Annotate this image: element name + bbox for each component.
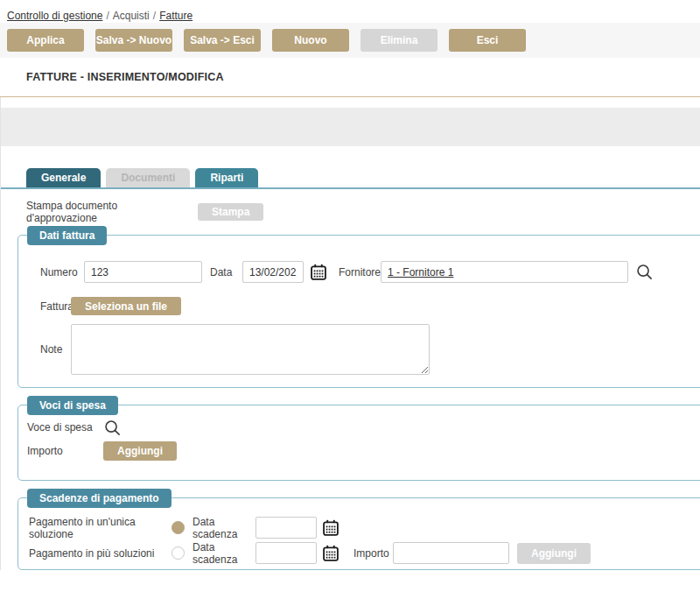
seleziona-file-button[interactable]: Seleziona un file [71, 297, 181, 315]
print-approval-label: Stampa documento d'approvazione [26, 200, 175, 224]
scadenze-pagamento-section: Scadenze di pagamento Pagamento in un'un… [18, 497, 700, 570]
salva-nuovo-button[interactable]: Salva -> Nuovo [95, 29, 172, 52]
data-label: Data [210, 266, 242, 278]
voce-di-spesa-row: Voce di spesa [27, 419, 700, 436]
note-textarea[interactable] [71, 324, 430, 375]
invoice-note-row: Note [40, 324, 700, 375]
pagamento-piu-radio[interactable] [172, 546, 185, 560]
salva-esci-button[interactable]: Salva -> Esci [184, 29, 261, 52]
title-panel: FATTURE - INSERIMENTO/MODIFICA [0, 58, 700, 97]
calendar-icon[interactable] [310, 264, 327, 281]
elimina-button[interactable]: Elimina [360, 29, 438, 52]
tab-underline [0, 187, 700, 189]
breadcrumb-separator: / [106, 10, 108, 22]
breadcrumb: Controllo di gestione/Acquisti/Fatture [0, 0, 700, 23]
calendar-icon[interactable] [322, 545, 340, 562]
pagamento-unica-radio[interactable] [172, 521, 185, 534]
voci-di-spesa-section: Voci di spesa Voce di spesa Importo Aggi… [18, 405, 700, 481]
data-scadenza-label: Data scadenza [192, 541, 256, 566]
nuovo-button[interactable]: Nuovo [272, 29, 349, 52]
aggiungi-button[interactable]: Aggiungi [103, 441, 177, 461]
data-scadenza-unica-input[interactable] [256, 517, 317, 539]
breadcrumb-item-acquisti: Acquisti [113, 10, 150, 22]
dati-fattura-section: Dati fattura Numero Data Fornitore [18, 235, 700, 388]
search-icon[interactable] [103, 419, 122, 437]
search-icon[interactable] [635, 263, 654, 281]
data-scadenza-label: Data scadenza [192, 516, 256, 540]
pagamento-unica-row: Pagamento in un'unica soluzione Data sca… [29, 517, 700, 539]
importo-row: Importo Aggiungi [27, 441, 700, 461]
stampa-button[interactable]: Stampa [198, 203, 263, 221]
data-scadenza-piu-input[interactable] [256, 542, 317, 564]
pagamento-piu-row: Pagamento in più soluzioni Data scadenza… [29, 542, 700, 564]
calendar-icon[interactable] [322, 519, 340, 537]
dati-fattura-legend: Dati fattura [27, 226, 107, 245]
breadcrumb-separator: / [153, 10, 156, 22]
fattura-label: Fattura [40, 300, 71, 313]
data-input[interactable] [242, 261, 304, 283]
importo-label: Importo [354, 547, 393, 560]
aggiungi-button[interactable]: Aggiungi [517, 543, 591, 564]
voci-di-spesa-legend: Voci di spesa [27, 396, 118, 415]
tab-generale[interactable]: Generale [26, 168, 101, 187]
note-label: Note [40, 343, 71, 356]
esci-button[interactable]: Esci [449, 29, 526, 52]
tab-bar: Generale Documenti Riparti [26, 168, 700, 187]
numero-input[interactable] [84, 261, 202, 283]
toolbar: Applica Salva -> Nuovo Salva -> Esci Nuo… [0, 23, 700, 58]
importo-label: Importo [27, 445, 103, 457]
voce-di-spesa-label: Voce di spesa [27, 421, 103, 433]
pagamento-unica-label: Pagamento in un'unica soluzione [29, 516, 172, 540]
tab-documenti[interactable]: Documenti [106, 168, 190, 187]
scadenze-pagamento-legend: Scadenze di pagamento [27, 489, 172, 508]
fornitore-label: Fornitore [339, 266, 381, 278]
tab-riparti[interactable]: Riparti [195, 168, 258, 187]
importo-input[interactable] [393, 542, 509, 564]
numero-label: Numero [40, 266, 84, 278]
applica-button[interactable]: Applica [7, 29, 84, 52]
invoice-file-row: Fattura Seleziona un file [40, 297, 700, 315]
pagamento-piu-label: Pagamento in più soluzioni [29, 547, 172, 560]
page-title: FATTURE - INSERIMENTO/MODIFICA [26, 71, 224, 83]
breadcrumb-link-controllo-di-gestione[interactable]: Controllo di gestione [7, 10, 102, 22]
gray-band [0, 108, 700, 146]
invoice-header-row: Numero Data Fornitore [40, 261, 700, 283]
spacer [0, 97, 700, 108]
content-left-edge [0, 97, 1, 570]
print-approval-row: Stampa documento d'approvazione Stampa [26, 203, 700, 221]
breadcrumb-link-fatture[interactable]: Fatture [159, 10, 192, 22]
fornitore-input[interactable] [381, 261, 628, 283]
